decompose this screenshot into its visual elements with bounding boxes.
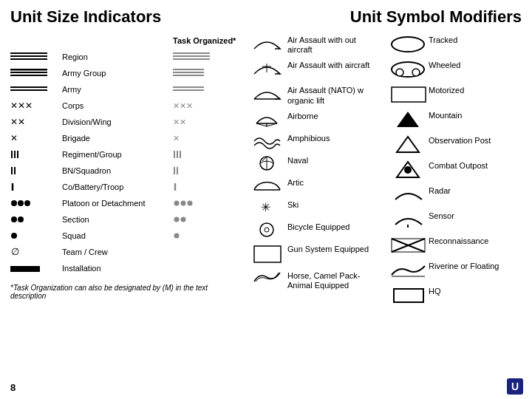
- reconnaissance-label: Reconnaissance: [429, 235, 522, 246]
- svg-text:✕✕: ✕✕: [173, 118, 186, 126]
- svg-marker-69: [397, 112, 419, 127]
- list-item: Installation: [10, 262, 239, 275]
- list-item: Observation Post: [388, 134, 522, 155]
- motorized-symbol: [388, 84, 429, 105]
- air-assault-nato-label: Air Assault (NATO) w organic lift: [287, 84, 381, 105]
- task-bn-symbol: [173, 166, 239, 176]
- list-item: Regiment/Group: [10, 148, 239, 161]
- svg-point-64: [392, 37, 424, 52]
- task-region-symbol: [173, 52, 239, 62]
- list-item: Region: [10, 50, 239, 64]
- svg-point-37: [24, 200, 30, 206]
- svg-rect-8: [10, 75, 47, 76]
- task-regiment-symbol: [173, 149, 239, 160]
- svg-rect-14: [10, 89, 47, 91]
- list-item: Co/Battery/Troop: [10, 180, 239, 194]
- task-corps-symbol: ✕✕✕: [173, 102, 239, 109]
- modifiers-col1: Air Assault with out aircraft: [247, 34, 381, 310]
- list-item: Section: [10, 213, 239, 226]
- list-item: Army: [10, 83, 239, 96]
- tracked-symbol: [388, 34, 429, 55]
- naval-label: Naval: [287, 154, 381, 166]
- reconnaissance-symbol: [388, 235, 429, 256]
- section-symbol: [10, 215, 62, 224]
- squad-symbol: [10, 231, 62, 240]
- horse-symbol: [247, 270, 287, 284]
- gun-system-symbol: [247, 243, 287, 265]
- svg-point-39: [181, 201, 186, 206]
- list-item: Squad: [10, 229, 239, 242]
- svg-rect-13: [10, 86, 47, 88]
- svg-point-40: [188, 201, 193, 206]
- bn-label: BN/Squadron: [62, 166, 173, 175]
- list-item: ✕✕ Division/Wing ✕✕: [10, 115, 239, 129]
- svg-rect-6: [10, 69, 47, 70]
- svg-point-72: [404, 166, 412, 174]
- installation-label: Installation: [62, 264, 173, 273]
- svg-point-36: [18, 200, 24, 206]
- svg-point-38: [174, 201, 180, 206]
- air-assault-no-aircraft-symbol: [247, 34, 287, 55]
- observation-post-symbol: [388, 134, 429, 155]
- region-symbol: [10, 52, 62, 62]
- team-symbol: ∅: [10, 247, 62, 257]
- co-symbol: [10, 182, 62, 192]
- air-assault-aircraft-label: Air Assault with aircraft: [287, 59, 381, 70]
- svg-rect-5: [173, 58, 210, 60]
- logo-icon: U: [507, 378, 523, 395]
- svg-rect-12: [173, 75, 204, 76]
- svg-rect-48: [10, 266, 40, 272]
- list-item: Combat Outpost: [388, 160, 522, 180]
- ski-symbol: ✳: [247, 199, 287, 216]
- size-table: Task Organized* Region: [10, 34, 239, 275]
- amphibious-symbol: [247, 132, 287, 150]
- svg-rect-7: [10, 72, 47, 73]
- left-title: Unit Size Indicators: [10, 7, 161, 27]
- list-item: ✕✕✕ Corps ✕✕✕: [10, 99, 239, 112]
- svg-point-67: [412, 69, 420, 76]
- svg-rect-15: [173, 86, 204, 88]
- corps-symbol: ✕✕✕: [10, 102, 62, 109]
- list-item: Motorized: [388, 84, 522, 105]
- list-item: Gun System Equipped: [247, 243, 381, 265]
- header: Unit Size Indicators Unit Symbol Modifie…: [10, 7, 522, 27]
- task-section-symbol: [173, 215, 239, 224]
- army-group-symbol: [10, 68, 62, 78]
- army-group-label: Army Group: [62, 69, 173, 78]
- combat-outpost-label: Combat Outpost: [429, 160, 522, 171]
- artic-label: Artic: [287, 177, 381, 188]
- observation-post-label: Observation Post: [429, 134, 522, 146]
- platoon-label: Platoon or Detachment: [62, 199, 173, 208]
- co-label: Co/Battery/Troop: [62, 183, 173, 191]
- list-item: Artic: [247, 177, 381, 194]
- right-title: Unit Symbol Modifiers: [350, 7, 522, 27]
- list-item: Army Group: [10, 66, 239, 80]
- region-label: Region: [62, 52, 173, 61]
- naval-symbol: [247, 154, 287, 172]
- combat-outpost-symbol: [388, 160, 429, 180]
- team-label: Team / Crew: [62, 248, 173, 256]
- list-item: Mountain: [388, 109, 522, 130]
- list-item: Air Assault with out aircraft: [247, 34, 381, 55]
- svg-text:✕✕✕: ✕✕✕: [173, 102, 193, 109]
- motorized-label: Motorized: [429, 84, 522, 95]
- wheeled-symbol: [388, 59, 429, 80]
- bicycle-label: Bicycle Equipped: [287, 221, 381, 232]
- regiment-label: Regiment/Group: [62, 150, 173, 159]
- air-assault-nato-symbol: [247, 84, 287, 105]
- platoon-symbol: [10, 199, 62, 208]
- list-item: Airborne: [247, 110, 381, 128]
- svg-marker-70: [397, 137, 419, 152]
- page-number: 8: [10, 382, 16, 393]
- airborne-label: Airborne: [287, 110, 381, 121]
- radar-symbol: [388, 185, 429, 205]
- svg-point-61: [260, 223, 273, 236]
- table-header-row: Task Organized*: [10, 34, 239, 47]
- svg-rect-2: [10, 58, 47, 60]
- air-assault-aircraft-symbol: [247, 59, 287, 80]
- svg-point-42: [18, 216, 24, 222]
- riverine-symbol: [388, 260, 429, 281]
- gun-system-label: Gun System Equipped: [287, 243, 381, 254]
- brigade-symbol: ✕: [10, 134, 62, 142]
- svg-point-35: [11, 200, 17, 206]
